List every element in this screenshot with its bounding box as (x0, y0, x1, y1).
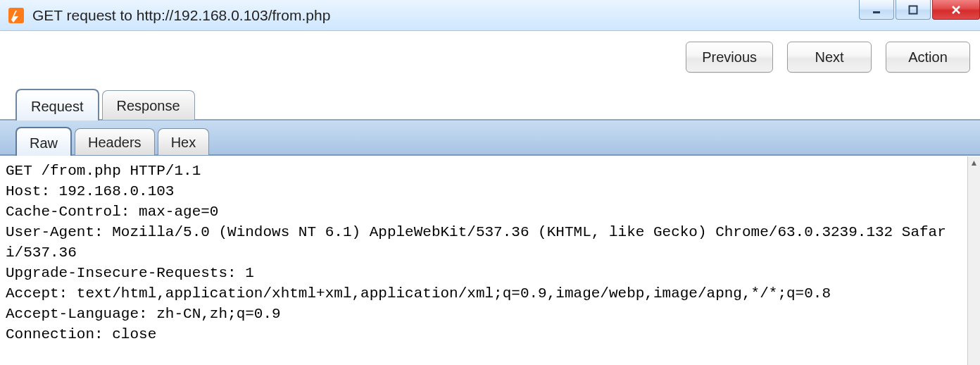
main-tabs: Request Response (0, 85, 980, 120)
subtab-raw[interactable]: Raw (15, 127, 72, 156)
minimize-icon (872, 5, 881, 15)
scroll-up-arrow[interactable]: ▲ (968, 156, 980, 169)
vertical-scrollbar[interactable]: ▲ (967, 156, 980, 365)
titlebar: GET request to http://192.168.0.103/from… (0, 0, 980, 31)
raw-request-editor[interactable]: GET /from.php HTTP/1.1 Host: 192.168.0.1… (0, 156, 967, 365)
window-title: GET request to http://192.168.0.103/from… (32, 7, 330, 24)
app-icon (7, 6, 25, 25)
subtab-headers[interactable]: Headers (75, 128, 155, 155)
maximize-button[interactable] (896, 0, 931, 20)
svg-rect-2 (910, 6, 917, 13)
burp-repeater-window: GET request to http://192.168.0.103/from… (0, 0, 980, 365)
view-tabs: Raw Headers Hex (0, 120, 980, 156)
previous-button[interactable]: Previous (686, 42, 773, 73)
content-pane: GET /from.php HTTP/1.1 Host: 192.168.0.1… (0, 156, 980, 365)
next-button[interactable]: Next (787, 42, 872, 73)
window-controls (857, 0, 980, 21)
tab-response[interactable]: Response (102, 90, 195, 120)
svg-rect-0 (8, 8, 24, 23)
close-button[interactable] (932, 0, 980, 20)
subtab-hex[interactable]: Hex (158, 128, 210, 155)
minimize-button[interactable] (859, 0, 894, 20)
svg-rect-1 (873, 11, 880, 13)
close-icon (950, 4, 962, 16)
maximize-icon (908, 5, 918, 15)
action-button[interactable]: Action (886, 42, 970, 73)
tab-request[interactable]: Request (15, 89, 99, 120)
toolbar: Previous Next Action (0, 31, 980, 77)
